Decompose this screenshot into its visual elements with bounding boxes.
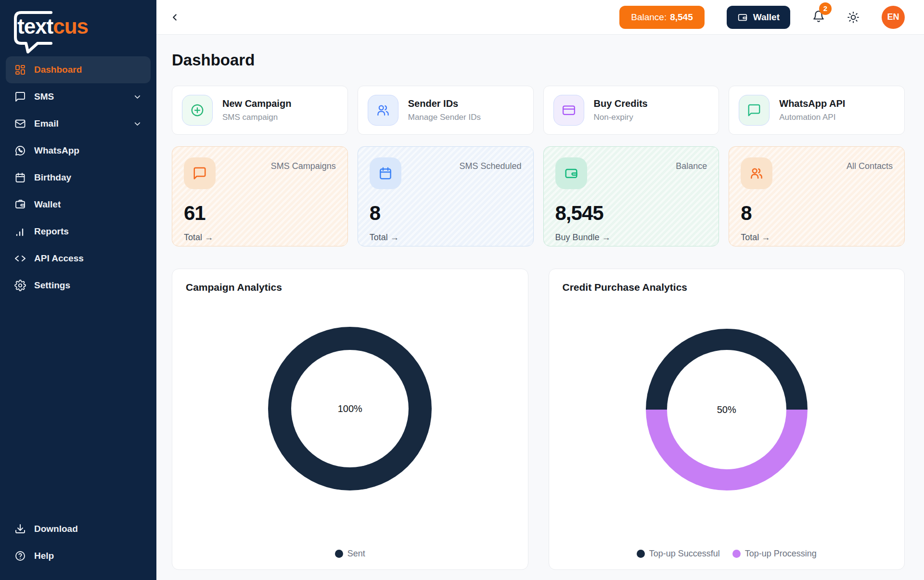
chevron-left-icon [169,12,180,23]
sidebar-item-api-access[interactable]: API Access [6,245,151,272]
sidebar-item-email[interactable]: Email [6,110,151,137]
sidebar-item-dashboard[interactable]: Dashboard [6,56,151,83]
topbar: Balance: 8,545 Wallet 2 EN [156,0,924,35]
stat-card-sms-scheduled[interactable]: SMS Scheduled 8 Total → [358,146,534,246]
credit-purchase-donut: 50% [646,329,808,490]
stat-card-value: 8,545 [555,202,707,225]
action-card-title: WhatsApp API [779,98,845,109]
sidebar-item-label: Download [34,524,78,534]
action-card-buy-credits[interactable]: Buy Credits Non-expiry [543,86,719,135]
sidebar-footer: Download Help [0,516,156,580]
sidebar-item-wallet[interactable]: Wallet [6,191,151,218]
stat-card-balance[interactable]: Balance 8,545 Buy Bundle → [543,146,719,246]
action-card-subtitle: SMS campaign [222,113,291,122]
action-card-subtitle: Automation API [779,113,845,122]
charts-row: Campaign Analytics 100% Sent Credit Purc… [172,269,905,570]
sidebar-item-help[interactable]: Help [6,542,151,569]
legend-item: Sent [335,549,365,559]
sidebar-item-download[interactable]: Download [6,516,151,542]
avatar[interactable]: EN [882,6,905,29]
stat-card-value: 8 [741,202,893,225]
action-card-new-campaign[interactable]: New Campaign SMS campaign [172,86,348,135]
stat-cards-row: SMS Campaigns 61 Total → SMS Scheduled 8… [172,146,905,246]
legend-item: Top-up Successful [637,549,720,559]
chart-legend: Sent [335,549,365,561]
action-card-sender-ids[interactable]: Sender IDs Manage Sender IDs [358,86,534,135]
notifications-button[interactable]: 2 [812,10,825,25]
chart-legend: Top-up Successful Top-up Processing [637,549,817,561]
credit-purchase-analytics-card: Credit Purchase Analytics 50% Top-up Suc… [549,269,905,570]
legend-label: Sent [347,549,365,559]
donut-center-label: 50% [717,404,736,415]
campaign-analytics-donut: 100% [268,327,432,490]
stat-card-value: 8 [370,202,522,225]
wallet-button-label: Wallet [753,12,780,23]
stat-card-link[interactable]: Buy Bundle → [555,232,611,243]
balance-value: 8,545 [670,12,693,23]
sidebar-item-label: Wallet [34,199,61,210]
sidebar-item-label: Dashboard [34,64,82,75]
chevron-down-icon[interactable] [133,119,142,129]
action-card-title: Buy Credits [594,98,648,109]
bar-chart-icon [14,226,26,237]
sidebar-item-label: API Access [34,253,84,264]
sidebar-item-label: SMS [34,91,54,102]
legend-item: Top-up Processing [732,549,817,559]
brand-name: textcus [17,14,88,39]
theme-toggle-button[interactable] [847,11,860,24]
sidebar-item-label: Help [34,551,54,561]
calendar-icon [14,172,26,183]
stat-card-value: 61 [184,202,336,225]
plus-circle-icon [190,103,205,117]
wallet-icon [564,166,578,180]
action-card-whatsapp-api[interactable]: WhatsApp API Automation API [729,86,905,135]
wallet-button[interactable]: Wallet [727,6,790,29]
campaign-analytics-card: Campaign Analytics 100% Sent [172,269,528,570]
users-icon [376,103,390,117]
sidebar-collapse-button[interactable] [165,8,184,27]
brand-logo[interactable]: textcus [0,0,156,51]
action-card-subtitle: Manage Sender IDs [408,113,481,122]
code-icon [14,253,26,264]
help-icon [14,550,26,562]
gear-icon [14,280,26,291]
legend-label: Top-up Processing [745,549,817,559]
wallet-icon [14,199,26,210]
credit-card-icon [562,103,576,117]
stat-card-all-contacts[interactable]: All Contacts 8 Total → [729,146,905,246]
chart-title: Credit Purchase Analytics [563,282,688,293]
action-card-title: Sender IDs [408,98,481,109]
stat-card-sms-campaigns[interactable]: SMS Campaigns 61 Total → [172,146,348,246]
stat-card-label: SMS Scheduled [459,161,521,171]
calendar-icon [378,166,393,180]
notification-badge: 2 [819,2,832,15]
legend-dot [637,550,645,558]
stat-card-link[interactable]: Total → [370,232,399,243]
download-icon [14,523,26,535]
sidebar-item-label: Birthday [34,172,71,183]
balance-button[interactable]: Balance: 8,545 [619,6,705,29]
mail-icon [14,118,26,129]
message-icon [192,166,207,180]
sun-icon [847,11,860,24]
sidebar-item-settings[interactable]: Settings [6,272,151,299]
sidebar-item-sms[interactable]: SMS [6,83,151,110]
users-icon [749,166,764,180]
sidebar-item-whatsapp[interactable]: WhatsApp [6,137,151,164]
stat-card-label: SMS Campaigns [271,161,336,171]
chevron-down-icon[interactable] [133,92,142,102]
sidebar: textcus Dashboard SMS Email WhatsApp Bir… [0,0,156,580]
stat-card-link[interactable]: Total → [184,232,213,243]
message-icon [14,91,26,103]
legend-dot [732,550,741,558]
dashboard-icon [14,64,26,76]
sidebar-item-reports[interactable]: Reports [6,218,151,245]
action-cards-row: New Campaign SMS campaign Sender IDs Man… [172,86,905,135]
sidebar-item-birthday[interactable]: Birthday [6,164,151,191]
stat-card-label: Balance [676,161,707,171]
topbar-actions: Balance: 8,545 Wallet 2 EN [619,6,905,29]
page-title: Dashboard [172,51,905,69]
stat-card-label: All Contacts [847,161,893,171]
stat-card-link[interactable]: Total → [741,232,770,243]
sidebar-item-label: WhatsApp [34,145,79,156]
